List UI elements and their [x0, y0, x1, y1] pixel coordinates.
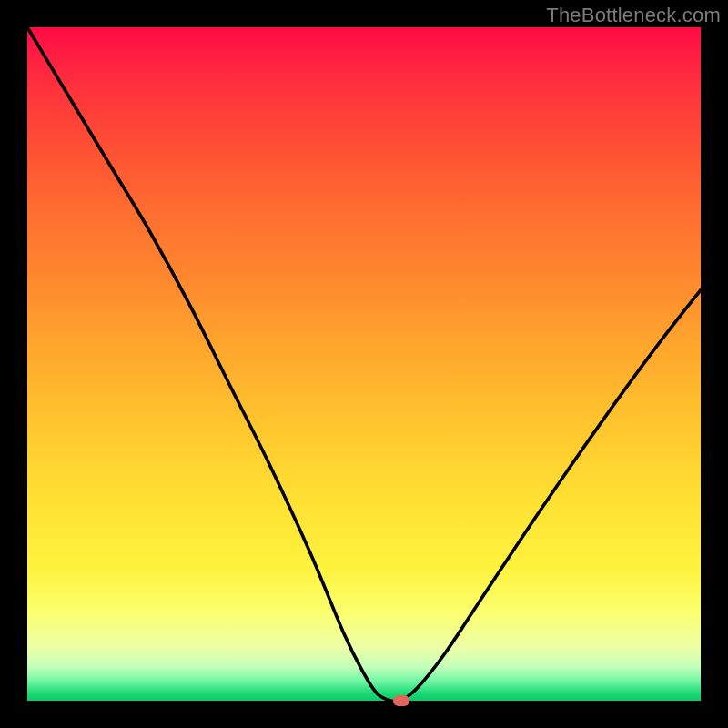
plot-area: [27, 27, 701, 701]
chart-frame: TheBottleneck.com: [0, 0, 728, 728]
minimum-marker: [393, 695, 410, 706]
watermark-text: TheBottleneck.com: [546, 4, 721, 27]
bottleneck-curve: [27, 27, 701, 701]
